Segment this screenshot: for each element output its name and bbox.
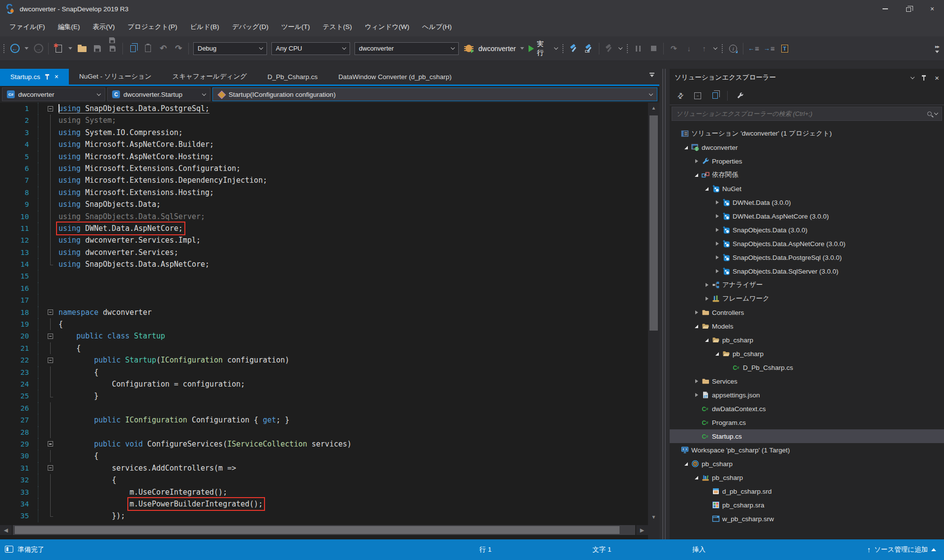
undo-button[interactable]: ↶ bbox=[158, 42, 169, 55]
code-line[interactable]: 16 bbox=[0, 282, 648, 294]
solution-search-input[interactable] bbox=[676, 110, 924, 117]
fold-margin[interactable] bbox=[33, 103, 55, 114]
status-column-number[interactable]: 文字 1 bbox=[592, 539, 611, 560]
toolbar-grip[interactable] bbox=[3, 44, 5, 54]
chevron-expanded-icon[interactable] bbox=[682, 462, 690, 466]
code-line[interactable]: 30 { bbox=[0, 450, 648, 462]
debug-target-label[interactable]: dwconverter bbox=[478, 45, 516, 53]
editor-vertical-scrollbar[interactable]: ▲ ▼ bbox=[648, 103, 659, 523]
decrease-indent-button[interactable]: ←≡ bbox=[748, 44, 759, 53]
close-panel-icon[interactable]: × bbox=[935, 74, 939, 82]
code-line[interactable]: 6using Microsoft.Extensions.Configuratio… bbox=[0, 163, 648, 174]
chevron-expanded-icon[interactable] bbox=[682, 146, 690, 149]
status-line-number[interactable]: 行 1 bbox=[479, 539, 492, 560]
redo-button[interactable]: ↷ bbox=[173, 42, 184, 55]
code-line[interactable]: 35 }); bbox=[0, 510, 648, 522]
tree-item[interactable]: SnapObjects.Data (3.0.0) bbox=[670, 223, 944, 237]
tree-item[interactable]: C#dwDataContext.cs bbox=[670, 402, 944, 416]
tree-item[interactable]: Controllers bbox=[670, 306, 944, 319]
paste-icon[interactable] bbox=[143, 42, 153, 55]
build-options-dropdown[interactable] bbox=[619, 46, 622, 50]
menu-item[interactable]: ヘルプ(H) bbox=[416, 18, 458, 36]
document-list-dropdown[interactable] bbox=[649, 73, 654, 77]
toolbar-grip[interactable] bbox=[626, 44, 628, 54]
fold-margin[interactable] bbox=[33, 462, 55, 474]
preview-selected-items-icon[interactable] bbox=[710, 91, 720, 101]
search-options-dropdown[interactable] bbox=[934, 111, 938, 115]
chevron-expanded-icon[interactable] bbox=[692, 173, 701, 177]
tree-item[interactable]: C#D_Pb_Csharp.cs bbox=[670, 361, 944, 374]
increase-indent-button[interactable]: →≡ bbox=[764, 44, 775, 53]
toolbar-grip[interactable] bbox=[562, 44, 564, 54]
chevron-collapsed-icon[interactable] bbox=[713, 200, 721, 204]
tree-item[interactable]: appsettings.json bbox=[670, 388, 944, 402]
code-line[interactable]: 17 bbox=[0, 294, 648, 306]
properties-wrench-icon[interactable] bbox=[735, 91, 745, 101]
horizontal-scrollbar-thumb[interactable] bbox=[15, 526, 620, 534]
vertical-scrollbar-thumb[interactable] bbox=[649, 115, 658, 331]
tree-item[interactable]: DWNet.Data (3.0.0) bbox=[670, 196, 944, 209]
code-line[interactable]: 1using SnapObjects.Data.PostgreSql; bbox=[0, 103, 648, 114]
editor-tab[interactable]: Startup.cs× bbox=[0, 69, 69, 84]
chevron-expanded-icon[interactable] bbox=[692, 325, 701, 328]
member-dropdown[interactable]: Startup(IConfiguration configuration) bbox=[212, 87, 657, 101]
tree-item[interactable]: アナライザー bbox=[670, 278, 944, 292]
tree-item[interactable]: C#Startup.cs bbox=[670, 429, 944, 443]
chevron-collapsed-icon[interactable] bbox=[692, 379, 701, 383]
open-folder-button[interactable] bbox=[77, 42, 88, 55]
tree-item[interactable]: NuGet bbox=[670, 182, 944, 196]
chevron-expanded-icon[interactable] bbox=[713, 352, 721, 356]
code-line[interactable]: 13using dwconverter.Services; bbox=[0, 247, 648, 258]
panel-splitter[interactable] bbox=[659, 69, 670, 539]
code-line[interactable]: 34 m.UsePowerBuilderIntegrated(); bbox=[0, 498, 648, 510]
chevron-expanded-icon[interactable] bbox=[703, 187, 711, 191]
code-line[interactable]: 15 bbox=[0, 270, 648, 282]
code-line[interactable]: 14using SnapObjects.Data.AspNetCore; bbox=[0, 258, 648, 270]
chevron-collapsed-icon[interactable] bbox=[703, 297, 711, 301]
tree-item[interactable]: Properties bbox=[670, 154, 944, 168]
type-dropdown[interactable]: C dwconverter.Startup bbox=[107, 87, 210, 101]
chevron-collapsed-icon[interactable] bbox=[703, 283, 711, 287]
chevron-collapsed-icon[interactable] bbox=[713, 214, 721, 218]
tree-item[interactable]: SnapObjects.Data.SqlServer (3.0.0) bbox=[670, 264, 944, 278]
cancel-build-button[interactable] bbox=[604, 42, 615, 55]
chevron-collapsed-icon[interactable] bbox=[692, 393, 701, 397]
code-line[interactable]: 7using Microsoft.Extensions.DependencyIn… bbox=[0, 174, 648, 186]
code-line[interactable]: 18namespace dwconverter bbox=[0, 307, 648, 318]
menu-item[interactable]: ファイル(F) bbox=[3, 18, 52, 36]
fold-margin[interactable] bbox=[33, 354, 55, 366]
step-out-button[interactable]: ↑ bbox=[699, 42, 709, 55]
chevron-collapsed-icon[interactable] bbox=[713, 242, 721, 246]
fold-margin[interactable] bbox=[33, 330, 55, 342]
code-line[interactable]: 25 } bbox=[0, 390, 648, 402]
fold-margin[interactable] bbox=[33, 307, 55, 318]
menu-item[interactable]: テスト(S) bbox=[316, 18, 358, 36]
menu-item[interactable]: デバッグ(D) bbox=[226, 18, 275, 36]
code-line[interactable]: 31 services.AddControllers(m => bbox=[0, 462, 648, 474]
editor-tab[interactable]: D_Pb_Csharp.cs bbox=[257, 69, 328, 84]
chevron-collapsed-icon[interactable] bbox=[692, 159, 701, 163]
chevron-collapsed-icon[interactable] bbox=[713, 269, 721, 273]
text-format-button[interactable]: T bbox=[779, 42, 790, 55]
navigate-back-dropdown[interactable] bbox=[25, 47, 29, 50]
tree-item[interactable]: w_pb_csharp.srw bbox=[670, 512, 944, 526]
code-line[interactable]: 29 public void ConfigureServices(IServic… bbox=[0, 438, 648, 450]
toolbar-overflow-button[interactable]: ▸▸ bbox=[935, 44, 941, 53]
close-icon[interactable]: × bbox=[55, 73, 59, 80]
code-line[interactable]: 24 Configuration = configuration; bbox=[0, 378, 648, 390]
new-project-button[interactable]: ✱ bbox=[53, 42, 64, 55]
step-over-button[interactable]: ↷ bbox=[668, 42, 679, 55]
stop-button[interactable] bbox=[648, 42, 659, 55]
menu-item[interactable]: ビルド(B) bbox=[183, 18, 225, 36]
tree-item[interactable]: フレームワーク bbox=[670, 292, 944, 306]
status-insert-mode[interactable]: 挿入 bbox=[692, 539, 706, 560]
editor-tab[interactable]: DataWindow Converter (d_pb_csharp) bbox=[328, 69, 462, 84]
code-line[interactable]: 22 public Startup(IConfiguration configu… bbox=[0, 354, 648, 366]
tree-item[interactable]: Workspace 'pb_csharp' (1 Target) bbox=[670, 443, 944, 457]
code-line[interactable]: 19{ bbox=[0, 318, 648, 330]
run-options-dropdown[interactable] bbox=[554, 46, 558, 50]
tree-item[interactable]: pb_csharp bbox=[670, 347, 944, 361]
code-line[interactable]: 12using dwconverter.Services.Impl; bbox=[0, 234, 648, 246]
add-to-source-control-button[interactable]: ↑ ソース管理に追加 bbox=[867, 539, 936, 560]
tree-item[interactable]: Services bbox=[670, 374, 944, 388]
